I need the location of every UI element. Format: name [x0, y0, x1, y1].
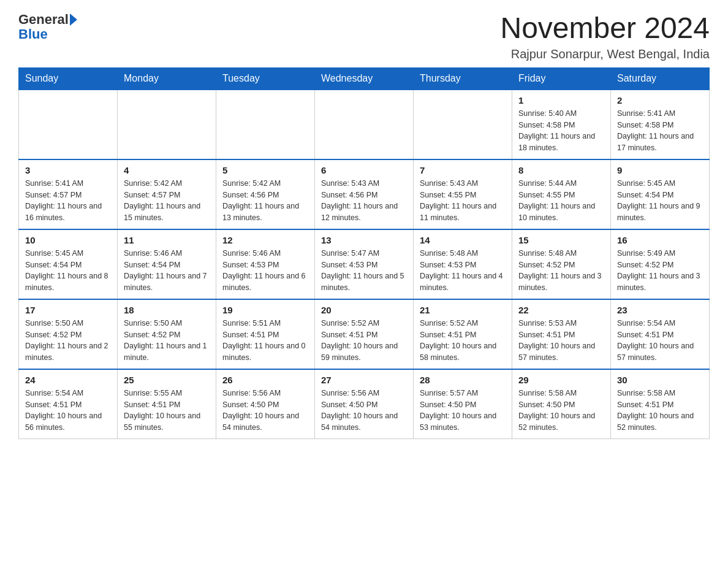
day-info-text: Sunrise: 5:47 AMSunset: 4:53 PMDaylight:…	[321, 248, 407, 294]
calendar-day-cell: 10Sunrise: 5:45 AMSunset: 4:54 PMDayligh…	[19, 229, 118, 299]
day-number: 29	[518, 375, 604, 385]
day-number: 5	[222, 165, 308, 175]
day-of-week-header: Monday	[118, 67, 216, 90]
day-number: 11	[124, 235, 210, 245]
day-info-text: Sunrise: 5:45 AMSunset: 4:54 PMDaylight:…	[25, 248, 111, 294]
day-info-text: Sunrise: 5:52 AMSunset: 4:51 PMDaylight:…	[321, 318, 407, 364]
day-of-week-header: Wednesday	[315, 67, 414, 90]
day-of-week-header: Thursday	[414, 67, 512, 90]
day-info-text: Sunrise: 5:42 AMSunset: 4:57 PMDaylight:…	[124, 178, 210, 224]
calendar-day-cell: 8Sunrise: 5:44 AMSunset: 4:55 PMDaylight…	[512, 159, 611, 229]
day-info-text: Sunrise: 5:44 AMSunset: 4:55 PMDaylight:…	[518, 178, 604, 224]
day-of-week-header: Saturday	[611, 67, 710, 90]
day-info-text: Sunrise: 5:50 AMSunset: 4:52 PMDaylight:…	[25, 318, 111, 364]
day-number: 16	[617, 235, 703, 245]
day-info-text: Sunrise: 5:58 AMSunset: 4:51 PMDaylight:…	[617, 388, 703, 434]
day-of-week-header: Tuesday	[216, 67, 315, 90]
day-number: 4	[124, 165, 210, 175]
day-info-text: Sunrise: 5:46 AMSunset: 4:53 PMDaylight:…	[222, 248, 308, 294]
day-info-text: Sunrise: 5:46 AMSunset: 4:54 PMDaylight:…	[124, 248, 210, 294]
calendar-day-cell	[414, 90, 512, 159]
day-number: 19	[222, 305, 308, 315]
day-info-text: Sunrise: 5:52 AMSunset: 4:51 PMDaylight:…	[420, 318, 506, 364]
calendar-day-cell: 7Sunrise: 5:43 AMSunset: 4:55 PMDaylight…	[414, 159, 512, 229]
day-number: 20	[321, 305, 407, 315]
day-info-text: Sunrise: 5:54 AMSunset: 4:51 PMDaylight:…	[617, 318, 703, 364]
day-number: 2	[617, 95, 703, 105]
day-info-text: Sunrise: 5:56 AMSunset: 4:50 PMDaylight:…	[321, 388, 407, 434]
calendar-week-row: 24Sunrise: 5:54 AMSunset: 4:51 PMDayligh…	[19, 369, 710, 439]
day-number: 27	[321, 375, 407, 385]
day-number: 13	[321, 235, 407, 245]
day-of-week-header: Friday	[512, 67, 611, 90]
calendar-week-row: 17Sunrise: 5:50 AMSunset: 4:52 PMDayligh…	[19, 299, 710, 369]
day-number: 18	[124, 305, 210, 315]
calendar-day-cell	[19, 90, 118, 159]
calendar-day-cell: 30Sunrise: 5:58 AMSunset: 4:51 PMDayligh…	[611, 369, 710, 439]
calendar-week-row: 3Sunrise: 5:41 AMSunset: 4:57 PMDaylight…	[19, 159, 710, 229]
day-info-text: Sunrise: 5:50 AMSunset: 4:52 PMDaylight:…	[124, 318, 210, 364]
day-number: 10	[25, 235, 111, 245]
calendar-day-cell	[118, 90, 216, 159]
day-info-text: Sunrise: 5:41 AMSunset: 4:58 PMDaylight:…	[617, 108, 703, 154]
day-of-week-header: Sunday	[19, 67, 118, 90]
day-number: 1	[518, 95, 604, 105]
day-info-text: Sunrise: 5:54 AMSunset: 4:51 PMDaylight:…	[25, 388, 111, 434]
day-number: 17	[25, 305, 111, 315]
calendar-day-cell: 25Sunrise: 5:55 AMSunset: 4:51 PMDayligh…	[118, 369, 216, 439]
calendar-day-cell: 11Sunrise: 5:46 AMSunset: 4:54 PMDayligh…	[118, 229, 216, 299]
calendar-day-cell: 1Sunrise: 5:40 AMSunset: 4:58 PMDaylight…	[512, 90, 611, 159]
day-info-text: Sunrise: 5:45 AMSunset: 4:54 PMDaylight:…	[617, 178, 703, 224]
page-header: General Blue November 2024 Rajpur Sonarp…	[18, 12, 710, 61]
calendar-week-row: 10Sunrise: 5:45 AMSunset: 4:54 PMDayligh…	[19, 229, 710, 299]
calendar-day-cell: 14Sunrise: 5:48 AMSunset: 4:53 PMDayligh…	[414, 229, 512, 299]
day-number: 6	[321, 165, 407, 175]
day-number: 15	[518, 235, 604, 245]
day-number: 26	[222, 375, 308, 385]
calendar-day-cell: 6Sunrise: 5:43 AMSunset: 4:56 PMDaylight…	[315, 159, 414, 229]
calendar-day-cell	[216, 90, 315, 159]
month-title: November 2024	[500, 12, 710, 45]
calendar-day-cell: 24Sunrise: 5:54 AMSunset: 4:51 PMDayligh…	[19, 369, 118, 439]
day-number: 24	[25, 375, 111, 385]
calendar-day-cell: 5Sunrise: 5:42 AMSunset: 4:56 PMDaylight…	[216, 159, 315, 229]
calendar-day-cell: 12Sunrise: 5:46 AMSunset: 4:53 PMDayligh…	[216, 229, 315, 299]
calendar-day-cell: 26Sunrise: 5:56 AMSunset: 4:50 PMDayligh…	[216, 369, 315, 439]
calendar-day-cell: 23Sunrise: 5:54 AMSunset: 4:51 PMDayligh…	[611, 299, 710, 369]
day-number: 7	[420, 165, 506, 175]
day-number: 30	[617, 375, 703, 385]
day-info-text: Sunrise: 5:48 AMSunset: 4:52 PMDaylight:…	[518, 248, 604, 294]
calendar-day-cell: 20Sunrise: 5:52 AMSunset: 4:51 PMDayligh…	[315, 299, 414, 369]
day-info-text: Sunrise: 5:49 AMSunset: 4:52 PMDaylight:…	[617, 248, 703, 294]
calendar-day-cell: 16Sunrise: 5:49 AMSunset: 4:52 PMDayligh…	[611, 229, 710, 299]
day-number: 23	[617, 305, 703, 315]
day-info-text: Sunrise: 5:48 AMSunset: 4:53 PMDaylight:…	[420, 248, 506, 294]
calendar-day-cell: 28Sunrise: 5:57 AMSunset: 4:50 PMDayligh…	[414, 369, 512, 439]
day-number: 28	[420, 375, 506, 385]
calendar-day-cell: 22Sunrise: 5:53 AMSunset: 4:51 PMDayligh…	[512, 299, 611, 369]
calendar-week-row: 1Sunrise: 5:40 AMSunset: 4:58 PMDaylight…	[19, 90, 710, 159]
calendar-day-cell: 18Sunrise: 5:50 AMSunset: 4:52 PMDayligh…	[118, 299, 216, 369]
calendar-header-row: SundayMondayTuesdayWednesdayThursdayFrid…	[19, 67, 710, 90]
logo-blue-text: Blue	[18, 27, 77, 42]
calendar-day-cell: 2Sunrise: 5:41 AMSunset: 4:58 PMDaylight…	[611, 90, 710, 159]
day-info-text: Sunrise: 5:58 AMSunset: 4:50 PMDaylight:…	[518, 388, 604, 434]
calendar-day-cell: 9Sunrise: 5:45 AMSunset: 4:54 PMDaylight…	[611, 159, 710, 229]
day-number: 21	[420, 305, 506, 315]
day-info-text: Sunrise: 5:42 AMSunset: 4:56 PMDaylight:…	[222, 178, 308, 224]
calendar-day-cell: 29Sunrise: 5:58 AMSunset: 4:50 PMDayligh…	[512, 369, 611, 439]
day-info-text: Sunrise: 5:51 AMSunset: 4:51 PMDaylight:…	[222, 318, 308, 364]
day-number: 12	[222, 235, 308, 245]
calendar-day-cell: 27Sunrise: 5:56 AMSunset: 4:50 PMDayligh…	[315, 369, 414, 439]
day-info-text: Sunrise: 5:43 AMSunset: 4:56 PMDaylight:…	[321, 178, 407, 224]
logo-arrow-icon	[70, 13, 77, 26]
day-number: 9	[617, 165, 703, 175]
calendar-day-cell: 3Sunrise: 5:41 AMSunset: 4:57 PMDaylight…	[19, 159, 118, 229]
day-info-text: Sunrise: 5:57 AMSunset: 4:50 PMDaylight:…	[420, 388, 506, 434]
day-info-text: Sunrise: 5:56 AMSunset: 4:50 PMDaylight:…	[222, 388, 308, 434]
location-text: Rajpur Sonarpur, West Bengal, India	[500, 47, 710, 61]
day-info-text: Sunrise: 5:53 AMSunset: 4:51 PMDaylight:…	[518, 318, 604, 364]
calendar-day-cell: 15Sunrise: 5:48 AMSunset: 4:52 PMDayligh…	[512, 229, 611, 299]
day-info-text: Sunrise: 5:55 AMSunset: 4:51 PMDaylight:…	[124, 388, 210, 434]
calendar-day-cell: 4Sunrise: 5:42 AMSunset: 4:57 PMDaylight…	[118, 159, 216, 229]
